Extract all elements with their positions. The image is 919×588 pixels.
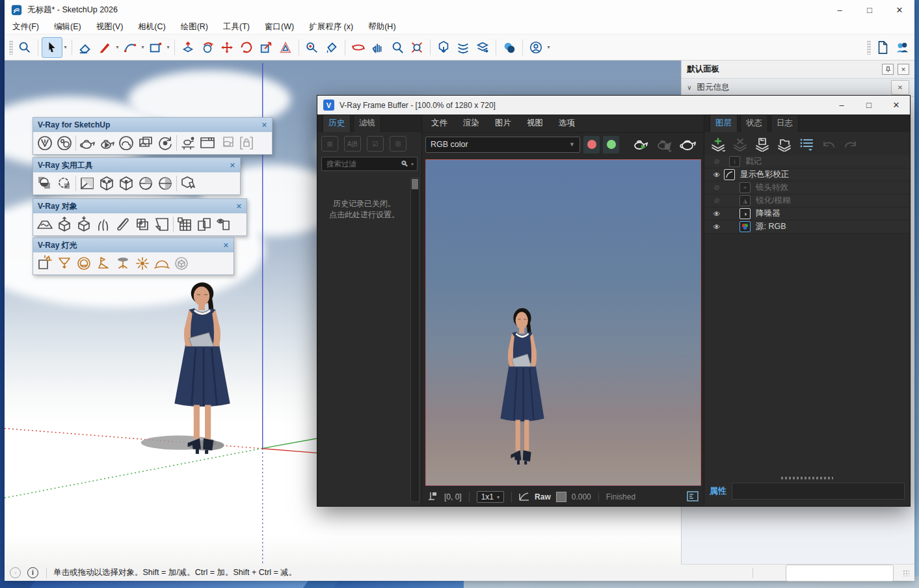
- tab-filter[interactable]: 滤镜: [353, 114, 381, 132]
- render-interactive-icon[interactable]: [656, 137, 673, 152]
- lock-camera-icon[interactable]: [237, 133, 256, 153]
- vfb-menu-options[interactable]: 选项: [559, 118, 575, 129]
- proxy-export-icon[interactable]: [55, 215, 74, 234]
- vfb-titlebar[interactable]: V V-Ray Frame Buffer - [100.0% of 1280 x…: [317, 96, 910, 114]
- proxy-import-icon[interactable]: [74, 215, 94, 234]
- preview-object-icon[interactable]: [214, 215, 233, 234]
- material-override-icon[interactable]: [35, 174, 55, 193]
- rotate-icon[interactable]: [237, 38, 256, 57]
- tab-log[interactable]: 日志: [771, 114, 799, 132]
- contacts-icon[interactable]: [892, 38, 912, 57]
- layer-row-sharpen-blur[interactable]: ⊘ ◮ 锐化/模糊: [704, 194, 910, 207]
- vfb-close-button[interactable]: ✕: [883, 96, 910, 114]
- layer-row-lens-effects[interactable]: ⊘ ＋ 镜头特效: [704, 181, 910, 194]
- selection-follow-icon[interactable]: [55, 174, 74, 193]
- visibility-off-icon[interactable]: ⊘: [710, 157, 724, 166]
- layer-options-icon[interactable]: [798, 137, 815, 152]
- scatter-icon[interactable]: [175, 215, 194, 234]
- zoom-window-icon[interactable]: [15, 38, 34, 57]
- channel-selector[interactable]: RGB color▼: [425, 137, 580, 153]
- vfb-menu-render[interactable]: 渲染: [463, 118, 479, 129]
- redo-icon[interactable]: [842, 137, 859, 152]
- enmesh-icon[interactable]: [133, 215, 152, 234]
- arcs-caret[interactable]: ▾: [140, 38, 146, 57]
- menu-edit[interactable]: 编辑(E): [54, 21, 81, 33]
- undo-icon[interactable]: [820, 137, 837, 152]
- maximize-button[interactable]: □: [855, 0, 885, 20]
- compare-ab-icon[interactable]: A|B: [344, 136, 361, 152]
- scene-frames-icon[interactable]: [194, 215, 214, 234]
- scale-icon[interactable]: [256, 38, 276, 57]
- visibility-off-icon[interactable]: ⊘: [710, 183, 724, 192]
- toolbar-grip[interactable]: [9, 40, 13, 55]
- menu-camera[interactable]: 相机(C): [138, 21, 165, 33]
- menu-draw[interactable]: 绘图(R): [181, 21, 208, 33]
- load-layers-icon[interactable]: [776, 137, 793, 152]
- rectangle-icon[interactable]: [146, 38, 165, 57]
- search-input[interactable]: [325, 159, 401, 168]
- search-caret-icon[interactable]: ▾: [411, 161, 414, 167]
- display-correction-curve-icon[interactable]: [519, 492, 529, 503]
- extension-warehouse-icon[interactable]: [453, 38, 473, 57]
- vray-utilities-titlebar[interactable]: V-Ray 实用工具 ✕: [33, 158, 240, 172]
- add-layer-icon[interactable]: [710, 137, 726, 152]
- checker-cube-a-icon[interactable]: [97, 174, 116, 193]
- menu-view[interactable]: 视图(V): [96, 21, 124, 33]
- clipper-icon[interactable]: [113, 215, 133, 234]
- minimize-button[interactable]: –: [825, 0, 855, 20]
- render-image[interactable]: [425, 159, 701, 486]
- menu-tools[interactable]: 工具(T): [223, 21, 250, 33]
- menu-extensions[interactable]: 扩展程序 (x): [309, 21, 353, 33]
- set-a-icon[interactable]: ☑: [367, 136, 384, 152]
- new-file-icon[interactable]: [873, 38, 892, 57]
- batch-render-icon[interactable]: [178, 133, 198, 153]
- visibility-on-icon[interactable]: 👁︎: [710, 210, 724, 218]
- toolbar-grip-right[interactable]: [867, 40, 871, 55]
- vray-objects-close-icon[interactable]: ✕: [236, 202, 242, 211]
- menu-file[interactable]: 文件(F): [12, 21, 39, 33]
- tab-stats[interactable]: 状态: [740, 114, 768, 132]
- render-last-icon[interactable]: [632, 137, 649, 152]
- vray-utilities-close-icon[interactable]: ✕: [230, 161, 235, 170]
- delete-layer-icon[interactable]: [732, 137, 749, 152]
- interactive-render-icon[interactable]: [97, 133, 116, 153]
- visibility-off-icon[interactable]: ⊘: [710, 196, 724, 205]
- disc-light-icon[interactable]: [113, 254, 133, 273]
- close-button[interactable]: ✕: [885, 0, 914, 20]
- checker-cube-b-icon[interactable]: [116, 174, 136, 193]
- fur-icon[interactable]: [94, 215, 113, 234]
- pencil-icon[interactable]: [95, 38, 114, 57]
- pixel-probe-icon[interactable]: [427, 491, 438, 503]
- zoom-extents-icon[interactable]: [407, 38, 427, 57]
- pixel-ratio-select[interactable]: 1x1▾: [477, 491, 504, 503]
- history-search[interactable]: 🔍︎ ▾: [321, 157, 418, 171]
- arcs-icon[interactable]: [120, 38, 140, 57]
- spot-light-icon[interactable]: [55, 254, 74, 273]
- vray-main-toolbar-titlebar[interactable]: V-Ray for SketchUp ✕: [33, 118, 272, 132]
- update-effects-icon[interactable]: [155, 133, 175, 153]
- pin-icon[interactable]: [882, 64, 894, 75]
- save-layers-icon[interactable]: [754, 137, 771, 152]
- rectangle-caret[interactable]: ▾: [165, 38, 171, 57]
- info-icon[interactable]: i: [27, 567, 38, 578]
- offset-icon[interactable]: [276, 38, 295, 57]
- green-region-button[interactable]: [603, 136, 619, 154]
- vray-main-close-icon[interactable]: ✕: [261, 121, 267, 129]
- pencil-caret[interactable]: ▾: [114, 38, 120, 57]
- cloud-render-icon[interactable]: [116, 133, 136, 153]
- properties-field[interactable]: [732, 483, 905, 500]
- vfb-menu-view[interactable]: 视图: [527, 118, 543, 129]
- tab-history[interactable]: 历史: [323, 114, 351, 132]
- render-copy-icon[interactable]: [217, 133, 237, 153]
- checker-half-sphere-icon[interactable]: [155, 174, 175, 193]
- resize-grip[interactable]: [903, 570, 909, 576]
- render-icon[interactable]: [77, 133, 97, 153]
- render-start-icon[interactable]: [679, 137, 696, 152]
- layer-row-display-correction[interactable]: 👁︎ 显示色彩校正: [704, 168, 910, 181]
- history-scrollbar[interactable]: [410, 178, 420, 502]
- layer-row-source-rgb[interactable]: 👁︎ 源: RGB: [704, 220, 910, 234]
- split-preview-icon[interactable]: [77, 174, 97, 193]
- vray-logo-icon[interactable]: [35, 133, 55, 153]
- save-to-history-icon[interactable]: ⊞: [321, 136, 338, 152]
- eraser-icon[interactable]: [75, 38, 95, 57]
